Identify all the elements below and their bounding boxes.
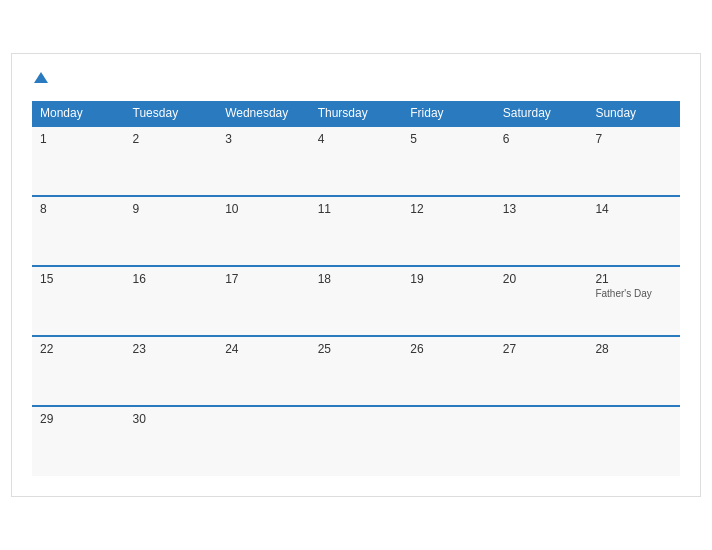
calendar-cell bbox=[402, 406, 495, 476]
calendar-body: 123456789101112131415161718192021Father'… bbox=[32, 126, 680, 476]
calendar-cell bbox=[587, 406, 680, 476]
weekday-header: Wednesday bbox=[217, 101, 310, 126]
day-number: 13 bbox=[503, 202, 580, 216]
calendar-cell bbox=[495, 406, 588, 476]
day-number: 17 bbox=[225, 272, 302, 286]
day-number: 24 bbox=[225, 342, 302, 356]
calendar-cell: 9 bbox=[125, 196, 218, 266]
day-number: 5 bbox=[410, 132, 487, 146]
logo bbox=[32, 70, 48, 88]
day-number: 15 bbox=[40, 272, 117, 286]
day-number: 23 bbox=[133, 342, 210, 356]
logo-general bbox=[32, 70, 48, 88]
calendar-header bbox=[32, 70, 680, 88]
calendar-cell: 15 bbox=[32, 266, 125, 336]
calendar-grid: MondayTuesdayWednesdayThursdayFridaySatu… bbox=[32, 101, 680, 476]
calendar-cell: 20 bbox=[495, 266, 588, 336]
calendar-cell: 28 bbox=[587, 336, 680, 406]
calendar-cell: 2 bbox=[125, 126, 218, 196]
calendar-cell: 27 bbox=[495, 336, 588, 406]
weekday-header: Friday bbox=[402, 101, 495, 126]
day-number: 19 bbox=[410, 272, 487, 286]
day-number: 18 bbox=[318, 272, 395, 286]
calendar-week-row: 15161718192021Father's Day bbox=[32, 266, 680, 336]
calendar-cell: 13 bbox=[495, 196, 588, 266]
weekday-header: Thursday bbox=[310, 101, 403, 126]
calendar-cell: 23 bbox=[125, 336, 218, 406]
day-number: 6 bbox=[503, 132, 580, 146]
calendar-week-row: 22232425262728 bbox=[32, 336, 680, 406]
day-number: 25 bbox=[318, 342, 395, 356]
calendar-cell: 3 bbox=[217, 126, 310, 196]
calendar-cell: 8 bbox=[32, 196, 125, 266]
calendar-cell: 24 bbox=[217, 336, 310, 406]
weekday-header: Sunday bbox=[587, 101, 680, 126]
day-number: 16 bbox=[133, 272, 210, 286]
day-number: 12 bbox=[410, 202, 487, 216]
calendar-week-row: 891011121314 bbox=[32, 196, 680, 266]
day-number: 20 bbox=[503, 272, 580, 286]
calendar-container: MondayTuesdayWednesdayThursdayFridaySatu… bbox=[11, 53, 701, 498]
calendar-cell: 26 bbox=[402, 336, 495, 406]
day-number: 8 bbox=[40, 202, 117, 216]
calendar-cell: 18 bbox=[310, 266, 403, 336]
calendar-cell: 10 bbox=[217, 196, 310, 266]
calendar-cell: 21Father's Day bbox=[587, 266, 680, 336]
calendar-cell: 25 bbox=[310, 336, 403, 406]
calendar-cell: 30 bbox=[125, 406, 218, 476]
calendar-cell: 22 bbox=[32, 336, 125, 406]
calendar-cell: 11 bbox=[310, 196, 403, 266]
day-number: 9 bbox=[133, 202, 210, 216]
weekday-header: Tuesday bbox=[125, 101, 218, 126]
day-number: 14 bbox=[595, 202, 672, 216]
calendar-cell bbox=[310, 406, 403, 476]
calendar-cell: 5 bbox=[402, 126, 495, 196]
calendar-cell: 7 bbox=[587, 126, 680, 196]
day-number: 22 bbox=[40, 342, 117, 356]
weekday-header: Saturday bbox=[495, 101, 588, 126]
day-number: 11 bbox=[318, 202, 395, 216]
day-number: 29 bbox=[40, 412, 117, 426]
calendar-cell bbox=[217, 406, 310, 476]
day-number: 30 bbox=[133, 412, 210, 426]
calendar-week-row: 2930 bbox=[32, 406, 680, 476]
calendar-cell: 16 bbox=[125, 266, 218, 336]
calendar-cell: 19 bbox=[402, 266, 495, 336]
day-event: Father's Day bbox=[595, 288, 651, 299]
logo-triangle-icon bbox=[34, 72, 48, 83]
calendar-week-row: 1234567 bbox=[32, 126, 680, 196]
calendar-cell: 29 bbox=[32, 406, 125, 476]
calendar-cell: 6 bbox=[495, 126, 588, 196]
day-number: 3 bbox=[225, 132, 302, 146]
day-number: 2 bbox=[133, 132, 210, 146]
weekday-header: Monday bbox=[32, 101, 125, 126]
day-number: 21 bbox=[595, 272, 672, 286]
day-number: 28 bbox=[595, 342, 672, 356]
day-number: 1 bbox=[40, 132, 117, 146]
day-number: 4 bbox=[318, 132, 395, 146]
calendar-cell: 14 bbox=[587, 196, 680, 266]
calendar-weekdays: MondayTuesdayWednesdayThursdayFridaySatu… bbox=[32, 101, 680, 126]
day-number: 10 bbox=[225, 202, 302, 216]
calendar-cell: 4 bbox=[310, 126, 403, 196]
day-number: 7 bbox=[595, 132, 672, 146]
day-number: 27 bbox=[503, 342, 580, 356]
calendar-cell: 1 bbox=[32, 126, 125, 196]
calendar-cell: 12 bbox=[402, 196, 495, 266]
calendar-cell: 17 bbox=[217, 266, 310, 336]
day-number: 26 bbox=[410, 342, 487, 356]
